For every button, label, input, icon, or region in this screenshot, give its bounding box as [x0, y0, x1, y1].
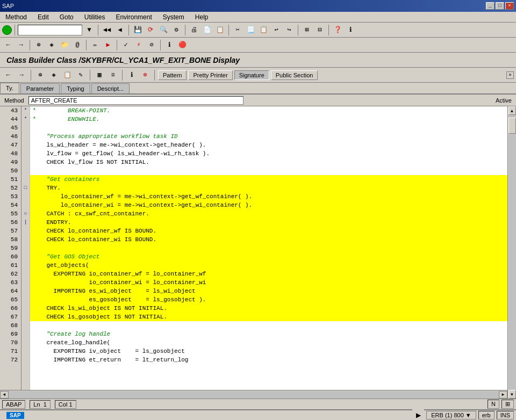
tab-ty[interactable]: Ty.: [0, 83, 19, 93]
line-number: 56: [0, 218, 21, 227]
deactivate-icon[interactable]: ⊘: [146, 39, 157, 51]
scroll-down-button[interactable]: ▼: [508, 390, 516, 399]
tab-descript[interactable]: Descript...: [91, 83, 130, 93]
menu-edit[interactable]: Edit: [34, 12, 52, 22]
status-indicator: [2, 25, 12, 35]
undo-icon[interactable]: ↩: [270, 24, 282, 36]
pattern-button[interactable]: Pattern: [158, 70, 187, 80]
line-number: 65: [0, 295, 21, 304]
check-icon[interactable]: ✓: [120, 39, 132, 51]
redo-icon[interactable]: ↪: [283, 24, 295, 36]
menu-help[interactable]: Help: [192, 12, 212, 22]
public-section-button[interactable]: Public Section: [271, 70, 318, 80]
activate-icon[interactable]: ⚡: [133, 39, 145, 51]
doc-icon[interactable]: 📄: [201, 24, 213, 36]
method-icon[interactable]: ◈: [46, 39, 58, 51]
menu-system[interactable]: System: [160, 12, 188, 22]
t3-icon3[interactable]: 📋: [61, 69, 73, 81]
line-number: 46: [0, 132, 21, 141]
t3-icon7[interactable]: ℹ: [126, 69, 138, 81]
code-line: get_objects(: [30, 261, 507, 270]
line-marker: [22, 270, 30, 278]
doc2-icon[interactable]: 📋: [214, 24, 226, 36]
t3-icon5[interactable]: ▦: [94, 69, 105, 81]
nav-prev-icon[interactable]: ◀◀: [101, 24, 113, 36]
vertical-scrollbar[interactable]: ▲ ▼: [507, 106, 516, 399]
forward-icon[interactable]: →: [15, 39, 27, 51]
code-line: "Get GOS Object: [30, 252, 507, 261]
refresh-icon[interactable]: ⟳: [145, 24, 156, 36]
code-line: "Create log handle: [30, 330, 507, 338]
t3-icon8[interactable]: ⊗: [139, 69, 151, 81]
tab-typing[interactable]: Typing: [61, 83, 90, 93]
edit-icon[interactable]: ✏: [89, 39, 101, 51]
line-number: 67: [0, 313, 21, 321]
scroll-left-button[interactable]: ◄: [0, 391, 9, 399]
info-icon[interactable]: ℹ: [345, 24, 356, 36]
scroll-right-button[interactable]: ►: [499, 391, 507, 399]
copy-icon[interactable]: 📃: [245, 24, 256, 36]
menu-environment[interactable]: Environment: [112, 12, 155, 22]
erb-dropdown[interactable]: ERB (1) 800 ▼: [426, 411, 476, 419]
menu-utilities[interactable]: Utilities: [81, 12, 109, 22]
tab-row: Ty. Parameter Typing Descript...: [0, 83, 516, 95]
line-marker: [22, 278, 30, 287]
t3-icon4[interactable]: ✎: [75, 69, 87, 81]
play-icon[interactable]: ▶: [412, 409, 424, 420]
t3-nav-right[interactable]: →: [16, 69, 27, 81]
line-number: 43: [0, 106, 21, 115]
separator6: [298, 25, 298, 35]
info2-icon[interactable]: ℹ: [163, 39, 175, 51]
print-icon[interactable]: 🖨: [188, 24, 200, 36]
help-icon[interactable]: ❓: [332, 24, 343, 36]
status-right: N ⊞: [488, 400, 514, 409]
minimize-button[interactable]: _: [486, 2, 494, 10]
expand-icon[interactable]: »: [506, 71, 514, 79]
menu-goto[interactable]: Goto: [56, 12, 77, 22]
line-number: 63: [0, 278, 21, 287]
code-content[interactable]: * BREAK-POINT.* ENDWHILE. "Process appro…: [30, 106, 507, 399]
nav-back-icon[interactable]: ◀: [114, 24, 126, 36]
scroll-thumb[interactable]: [508, 118, 516, 134]
where-used-icon[interactable]: 🔴: [176, 39, 188, 51]
code-line: lo_container_wf = me->wi_context->get_wf…: [30, 192, 507, 201]
back-icon[interactable]: ←: [2, 39, 14, 51]
code-line: IMPORTING es_wi_object = ls_wi_object: [30, 287, 507, 295]
mail-icon[interactable]: @: [71, 39, 83, 51]
tab-parameter[interactable]: Parameter: [20, 83, 60, 93]
h-scroll-track[interactable]: [9, 391, 499, 399]
find-icon[interactable]: 🔍: [157, 24, 169, 36]
line-marker: [22, 192, 30, 201]
line-number: 62: [0, 270, 21, 278]
restore-button[interactable]: □: [496, 2, 504, 10]
code-line: [30, 124, 507, 132]
paste-icon[interactable]: 📋: [257, 24, 269, 36]
class-icon[interactable]: ⊕: [33, 39, 45, 51]
t3-icon6[interactable]: ≡: [107, 69, 119, 81]
signature-button[interactable]: Signature: [234, 70, 269, 80]
save-icon[interactable]: 💾: [132, 24, 144, 36]
scroll-track[interactable]: [508, 115, 516, 390]
command-input[interactable]: [18, 25, 82, 35]
method-status: Active: [496, 97, 512, 104]
settings-icon[interactable]: ⚙: [170, 24, 182, 36]
horizontal-scrollbar[interactable]: ◄ ►: [0, 390, 507, 399]
menu-method[interactable]: Method: [2, 12, 30, 22]
t3-nav-left[interactable]: ←: [2, 69, 14, 81]
cut-icon[interactable]: ✂: [232, 24, 243, 36]
method-field[interactable]: [28, 96, 243, 105]
view1-icon[interactable]: ⊞: [301, 24, 313, 36]
pretty-printer-button[interactable]: Pretty Printer: [188, 70, 232, 80]
close-button[interactable]: ×: [505, 2, 514, 10]
line-marker: [22, 124, 30, 132]
sep-t3-3: [122, 70, 123, 81]
attr-icon[interactable]: 📁: [59, 39, 70, 51]
view2-icon[interactable]: ⊟: [314, 24, 326, 36]
run-icon[interactable]: ▶: [102, 39, 114, 51]
dropdown-icon[interactable]: ▼: [83, 24, 95, 36]
t3-icon1[interactable]: ⊕: [34, 69, 46, 81]
scroll-up-button[interactable]: ▲: [508, 106, 516, 115]
status-insert: N: [488, 400, 499, 409]
t3-icon2[interactable]: ◈: [48, 69, 60, 81]
separator4: [185, 25, 185, 35]
